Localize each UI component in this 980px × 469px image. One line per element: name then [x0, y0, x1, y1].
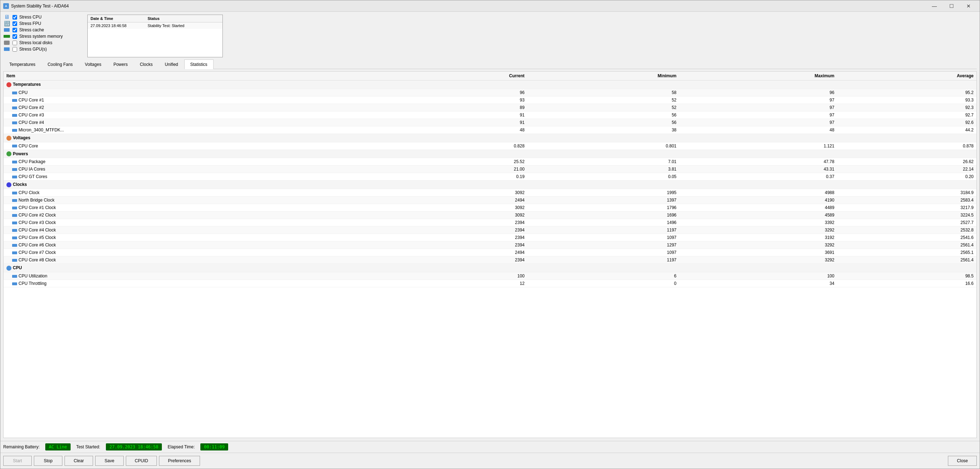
log-status-value: Stability Test: Started	[148, 24, 220, 28]
close-window-button[interactable]: ✕	[960, 1, 977, 11]
log-header: Date & Time Status	[88, 15, 223, 22]
tab-unified[interactable]: Unified	[159, 59, 184, 69]
section-label: Clocks	[13, 182, 27, 187]
row-avg: 2561.4	[837, 257, 977, 264]
save-button[interactable]: Save	[95, 456, 124, 466]
tab-cooling-fans[interactable]: Cooling Fans	[41, 59, 79, 69]
stress-cpu-label: Stress CPU	[19, 14, 42, 20]
row-icon	[12, 144, 17, 147]
row-item-label: CPU Clock	[3, 189, 396, 196]
table-row: North Bridge Clock2494139741902583.4	[3, 196, 977, 204]
row-current: 25.52	[396, 158, 527, 166]
gpu-icon	[3, 47, 10, 52]
table-row: CPU Package25.527.0147.7826.62	[3, 158, 977, 166]
row-item-label: North Bridge Clock	[3, 196, 396, 204]
table-row: CPU GT Cores0.190.050.370.20	[3, 173, 977, 181]
table-row: Micron_3400_MTFDK...48384844.2	[3, 126, 977, 133]
section-label: Voltages	[13, 135, 30, 140]
row-min: 1197	[527, 227, 679, 234]
preferences-button[interactable]: Preferences	[159, 456, 200, 466]
row-icon	[12, 168, 17, 171]
tab-powers[interactable]: Powers	[107, 59, 134, 69]
table-row: CPU96589695.2	[3, 89, 977, 96]
row-icon	[12, 99, 17, 102]
row-min: 1397	[527, 196, 679, 204]
row-item-label: CPU Core #1	[3, 96, 396, 104]
cpu-icon: 🖥	[3, 14, 10, 20]
tab-clocks[interactable]: Clocks	[134, 59, 159, 69]
table-section-header: Clocks	[3, 181, 977, 189]
close-button[interactable]: Close	[948, 456, 977, 466]
stress-cache-row: Stress cache	[3, 27, 82, 32]
stress-options-panel: 🖥 Stress CPU 🔢 Stress FPU	[3, 14, 82, 57]
row-max: 1.121	[679, 142, 837, 150]
stress-memory-checkbox[interactable]	[13, 34, 17, 39]
top-section: 🖥 Stress CPU 🔢 Stress FPU	[3, 14, 977, 57]
row-item-label: CPU Package	[3, 158, 396, 166]
disks-icon	[3, 40, 10, 45]
col-item: Item	[3, 71, 396, 81]
cpuid-button[interactable]: CPUID	[126, 456, 157, 466]
stress-fpu-checkbox[interactable]	[13, 21, 17, 26]
tab-voltages[interactable]: Voltages	[79, 59, 107, 69]
row-min: 58	[527, 89, 679, 96]
row-current: 89	[396, 104, 527, 111]
content-area: 🖥 Stress CPU 🔢 Stress FPU	[0, 12, 980, 441]
row-min: 1496	[527, 219, 679, 227]
row-item-label: CPU Core #8 Clock	[3, 257, 396, 264]
row-item-label: CPU Throttling	[3, 280, 396, 287]
table-body: TemperaturesCPU96589695.2CPU Core #19352…	[3, 81, 977, 287]
stress-cpu-checkbox[interactable]	[13, 15, 17, 20]
stress-disks-checkbox[interactable]	[13, 41, 17, 45]
row-min: 1097	[527, 234, 679, 241]
row-current: 93	[396, 96, 527, 104]
row-avg: 2541.6	[837, 234, 977, 241]
log-datetime-header: Date & Time	[91, 16, 148, 21]
table-row: CPU Core #193529793.3	[3, 96, 977, 104]
row-max: 96	[679, 89, 837, 96]
section-icon	[6, 266, 11, 271]
tab-statistics[interactable]: Statistics	[184, 59, 213, 69]
row-item-label: CPU Core #2 Clock	[3, 212, 396, 219]
row-max: 97	[679, 104, 837, 111]
row-icon	[12, 236, 17, 239]
stop-button[interactable]: Stop	[34, 456, 62, 466]
row-current: 2394	[396, 234, 527, 241]
log-datetime-value: 27.09.2023 18:46:58	[91, 24, 148, 28]
row-current: 2494	[396, 196, 527, 204]
tab-temperatures[interactable]: Temperatures	[3, 59, 41, 69]
maximize-button[interactable]: ☐	[943, 1, 960, 11]
row-min: 1097	[527, 249, 679, 257]
test-started-value: 27.09.2023 18:46:58	[106, 444, 162, 450]
row-avg: 44.2	[837, 126, 977, 133]
main-window: A System Stability Test - AIDA64 — ☐ ✕ 🖥…	[0, 0, 980, 469]
section-icon	[6, 182, 11, 187]
table-row: CPU IA Cores21.003.8143.3122.14	[3, 166, 977, 173]
row-current: 2394	[396, 241, 527, 249]
row-max: 3691	[679, 249, 837, 257]
stress-gpu-row: Stress GPU(s)	[3, 47, 82, 52]
stress-cache-label: Stress cache	[19, 27, 44, 32]
stress-gpu-checkbox[interactable]	[13, 47, 17, 52]
row-current: 0.19	[396, 173, 527, 181]
row-avg: 22.14	[837, 166, 977, 173]
table-row: CPU Throttling1203416.6	[3, 280, 977, 287]
row-avg: 0.878	[837, 142, 977, 150]
remaining-battery-label: Remaining Battery:	[3, 444, 40, 449]
row-icon	[12, 244, 17, 247]
col-maximum: Maximum	[679, 71, 837, 81]
row-avg: 2565.1	[837, 249, 977, 257]
row-avg: 3224.5	[837, 212, 977, 219]
row-min: 52	[527, 96, 679, 104]
stress-cache-checkbox[interactable]	[13, 28, 17, 32]
col-average: Average	[837, 71, 977, 81]
row-avg: 2583.4	[837, 196, 977, 204]
row-icon	[12, 206, 17, 209]
row-icon	[12, 92, 17, 94]
minimize-button[interactable]: —	[926, 1, 943, 11]
row-max: 3292	[679, 227, 837, 234]
row-current: 2394	[396, 219, 527, 227]
start-button[interactable]: Start	[3, 456, 32, 466]
stress-fpu-row: 🔢 Stress FPU	[3, 21, 82, 26]
clear-button[interactable]: Clear	[65, 456, 93, 466]
